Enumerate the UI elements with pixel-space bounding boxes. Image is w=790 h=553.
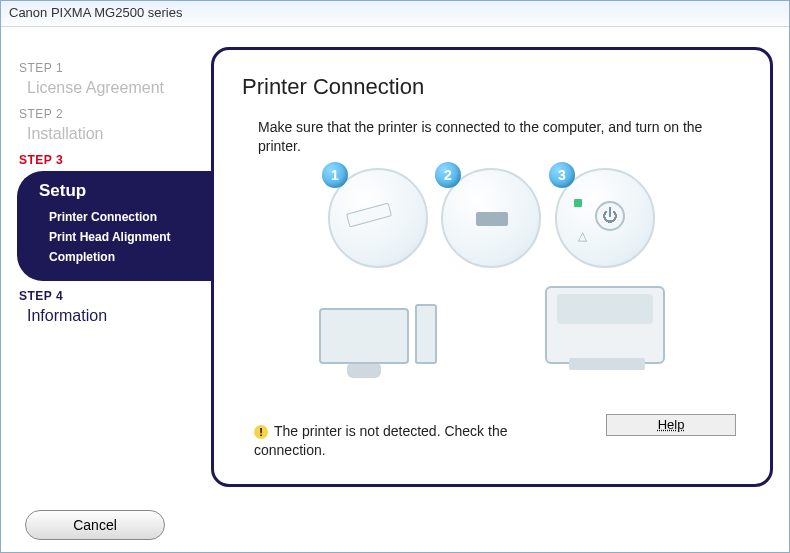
instruction-text: Make sure that the printer is connected …: [242, 118, 742, 156]
step-3-sub-completion: Completion: [39, 247, 195, 267]
step-4-label: STEP 4: [19, 289, 211, 303]
alert-triangle-icon: △: [578, 229, 587, 243]
badge-2: 2: [435, 162, 461, 188]
page-title: Printer Connection: [242, 74, 742, 100]
badge-1: 1: [322, 162, 348, 188]
status-text: The printer is not detected. Check the c…: [254, 423, 507, 458]
usb-port-icon: [476, 212, 508, 226]
step-1: STEP 1 License Agreement: [11, 61, 211, 97]
main-panel: Printer Connection Make sure that the pr…: [211, 47, 773, 487]
zoom-usb-printer-icon: 2: [441, 168, 541, 268]
power-led-icon: [574, 199, 582, 207]
zoom-usb-computer-icon: 1: [328, 168, 428, 268]
warning-icon: !: [254, 425, 268, 439]
step-2-name: Installation: [27, 125, 211, 143]
window-title: Canon PIXMA MG2500 series: [9, 5, 182, 20]
step-3-sub-print-head-alignment: Print Head Alignment: [39, 227, 195, 247]
zoom-power-button-icon: 3 ⏻ △: [555, 168, 655, 268]
connection-illustration: 1 2 3: [242, 168, 742, 378]
step-1-name: License Agreement: [27, 79, 211, 97]
step-4: STEP 4 Information: [11, 289, 211, 325]
printer-icon: [545, 276, 665, 364]
step-2: STEP 2 Installation: [11, 107, 211, 143]
step-3-label: STEP 3: [19, 153, 211, 167]
cancel-button[interactable]: Cancel: [25, 510, 165, 540]
step-3-sub-printer-connection: Printer Connection: [39, 207, 195, 227]
step-2-label: STEP 2: [19, 107, 211, 121]
step-1-label: STEP 1: [19, 61, 211, 75]
badge-3: 3: [549, 162, 575, 188]
help-button[interactable]: Help: [606, 414, 736, 436]
step-3-name: Setup: [39, 181, 195, 201]
step-4-name: Information: [27, 307, 211, 325]
wizard-steps-sidebar: STEP 1 License Agreement STEP 2 Installa…: [11, 47, 211, 488]
usb-plug-icon: [346, 203, 392, 228]
computer-icon: [319, 276, 437, 364]
step-3-bubble: Setup Printer Connection Print Head Alig…: [17, 171, 211, 281]
power-button-icon: ⏻: [595, 201, 625, 231]
step-3: STEP 3 Setup Printer Connection Print He…: [11, 153, 211, 281]
status-message: !The printer is not detected. Check the …: [254, 422, 554, 460]
window-titlebar: Canon PIXMA MG2500 series: [1, 1, 789, 27]
